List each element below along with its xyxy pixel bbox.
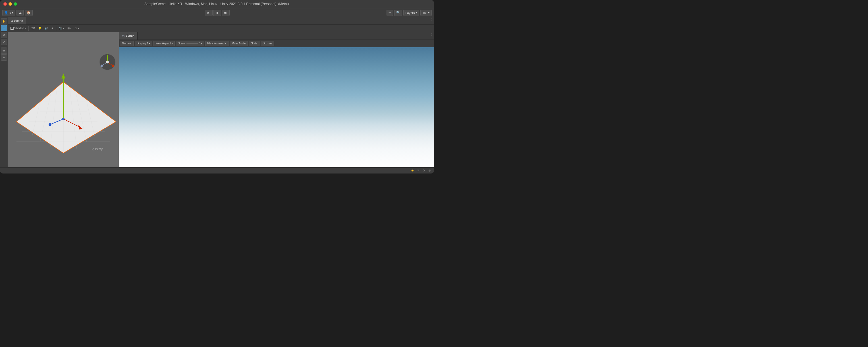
layout-label: Tall: [422, 11, 427, 15]
game-tab-icon: 🎮: [122, 34, 125, 37]
camera-chevron: ▾: [63, 27, 64, 30]
mute-audio-button[interactable]: Mute Audio: [230, 41, 248, 46]
display-chevron: ▾: [149, 42, 150, 45]
game-dropdown[interactable]: Game ▾: [120, 41, 133, 46]
grid-toggle[interactable]: ⊞ ▾: [66, 26, 73, 31]
collab-button[interactable]: 🏠: [25, 10, 33, 16]
stats-button[interactable]: Stats: [249, 41, 259, 46]
scene-toolbar: 🔳 Shaded ▾ 2D 💡 🔊 ✦ 📷 ▾ ⊞: [8, 25, 434, 32]
game-label: Game: [122, 42, 130, 45]
pause-icon: ⏸: [216, 11, 219, 14]
pause-button[interactable]: ⏸: [213, 10, 221, 16]
svg-text:x: x: [114, 65, 115, 67]
traffic-lights: [3, 2, 17, 6]
rect-tool[interactable]: ▭: [1, 48, 7, 54]
scene-tab-menu[interactable]: ⋮: [429, 17, 434, 25]
play-button[interactable]: ▶: [205, 10, 213, 16]
main-toolbar: 👤 D ▾ ☁ 🏠 ▶ ⏸ ⏭ ↩ 🔍 Layers ▾ Tall: [0, 8, 434, 17]
shaded-label: Shaded: [14, 27, 24, 30]
rotate-tool[interactable]: ↺: [1, 32, 7, 38]
scale-slider[interactable]: [186, 43, 198, 44]
lighting-toggle[interactable]: 💡: [37, 26, 43, 31]
toolbar-sep-2: [56, 26, 56, 31]
layout-chevron: ▾: [428, 11, 430, 15]
fx-toggle[interactable]: ✦: [50, 26, 55, 31]
play-focused-dropdown[interactable]: Play Focused ▾: [205, 41, 228, 46]
game-tab-menu[interactable]: ⋮: [429, 32, 434, 39]
step-button[interactable]: ⏭: [222, 10, 230, 16]
light-icon: 💡: [38, 27, 41, 30]
search-button[interactable]: 🔍: [394, 10, 402, 16]
audio-icon: 🔊: [44, 27, 48, 30]
cloud-icon: ☁: [19, 11, 22, 15]
gizmos-toggle[interactable]: ⊙ ▾: [73, 26, 80, 31]
search-icon: 🔍: [396, 11, 400, 15]
display-label: Display 1: [137, 42, 148, 45]
undo-button[interactable]: ↩: [386, 10, 393, 16]
collab-icon: 🏠: [27, 11, 31, 15]
grid-icon: ⊞: [67, 27, 70, 30]
game-tabs-row: 🎮 Game ⋮: [119, 32, 434, 40]
aspect-label: Free Aspect: [155, 42, 170, 45]
layout-dropdown[interactable]: Tall ▾: [421, 10, 432, 16]
status-icon-2[interactable]: ✉: [416, 168, 421, 173]
left-toolbar: ✋ ✛ ↺ ⤢ ▭ ⊕: [0, 17, 8, 167]
status-bar: ⚡ ✉ ⟳ ⊙: [0, 167, 434, 173]
svg-text:◁ Persp: ◁ Persp: [92, 147, 103, 151]
scale-control[interactable]: Scale 1x: [176, 41, 204, 46]
cloud-button[interactable]: ☁: [17, 10, 24, 16]
play-focused-label: Play Focused: [207, 42, 224, 45]
status-icon-1[interactable]: ⚡: [410, 168, 415, 173]
svg-point-20: [49, 123, 52, 126]
account-icon: 👤: [4, 11, 8, 15]
scene-tab-icon: ⊞: [11, 19, 13, 22]
aspect-chevron: ▾: [172, 42, 173, 45]
stats-label: Stats: [251, 42, 257, 45]
play-focused-chevron: ▾: [225, 42, 226, 45]
transform-tool[interactable]: ⊕: [1, 54, 7, 61]
scene-3d-svg: y x ◁ Persp: [8, 32, 119, 167]
window-title: SampleScene - Hello XR - Windows, Mac, L…: [144, 2, 290, 6]
minimize-button[interactable]: [8, 2, 12, 6]
status-icon-3[interactable]: ⟳: [422, 168, 426, 173]
scene-tab-label: Scene: [14, 19, 23, 23]
scale-label: Scale: [178, 42, 185, 45]
scale-value: 1x: [199, 42, 203, 45]
undo-icon: ↩: [389, 11, 391, 15]
scene-background: y x ◁ Persp: [8, 32, 119, 167]
fx-icon: ✦: [51, 27, 54, 30]
tab-scene[interactable]: ⊞ Scene: [8, 17, 26, 25]
account-label: D: [9, 11, 11, 15]
camera-dropdown[interactable]: 📷 ▾: [58, 26, 65, 31]
maximize-button[interactable]: [13, 2, 17, 6]
main-content: ✋ ✛ ↺ ⤢ ▭ ⊕ ⊞ Scene ⋮ 🔳 Shaded ▾ 2D: [0, 17, 434, 167]
shaded-dropdown[interactable]: 🔳 Shaded ▾: [9, 26, 27, 31]
gizmos-icon: ⊙: [75, 27, 77, 30]
grid-chevron: ▾: [70, 27, 72, 30]
status-icon-4[interactable]: ⊙: [427, 168, 432, 173]
sky-gradient: [119, 47, 434, 167]
display-dropdown[interactable]: Display 1 ▾: [135, 41, 152, 46]
gizmos-button[interactable]: Gizmos: [260, 41, 274, 46]
account-chevron: ▾: [12, 11, 13, 15]
gizmos-label: Gizmos: [262, 42, 272, 45]
game-tab-label: Game: [126, 34, 134, 37]
audio-toggle[interactable]: 🔊: [43, 26, 49, 31]
layers-dropdown[interactable]: Layers ▾: [403, 10, 419, 16]
aspect-dropdown[interactable]: Free Aspect ▾: [153, 41, 175, 46]
hand-tool[interactable]: ✋: [1, 18, 7, 25]
2d-toggle[interactable]: 2D: [30, 26, 36, 31]
gizmos-chevron: ▾: [78, 27, 79, 30]
move-tool[interactable]: ✛: [1, 25, 7, 31]
svg-text:y: y: [106, 53, 108, 55]
panels-area: ⊞ Scene ⋮ 🔳 Shaded ▾ 2D 💡 🔊 ✦: [8, 17, 434, 167]
account-dropdown[interactable]: 👤 D ▾: [2, 10, 16, 16]
svg-point-21: [62, 118, 64, 120]
tab-game[interactable]: 🎮 Game: [119, 32, 137, 39]
scene-viewport[interactable]: y x ◁ Persp: [8, 32, 119, 167]
game-toolbar: Game ▾ Display 1 ▾ Free Aspect ▾ Scale: [119, 40, 434, 47]
scale-tool[interactable]: ⤢: [1, 39, 7, 45]
scene-tabs-row: ⊞ Scene ⋮: [8, 17, 434, 25]
close-button[interactable]: [3, 2, 7, 6]
play-icon: ▶: [208, 11, 210, 14]
